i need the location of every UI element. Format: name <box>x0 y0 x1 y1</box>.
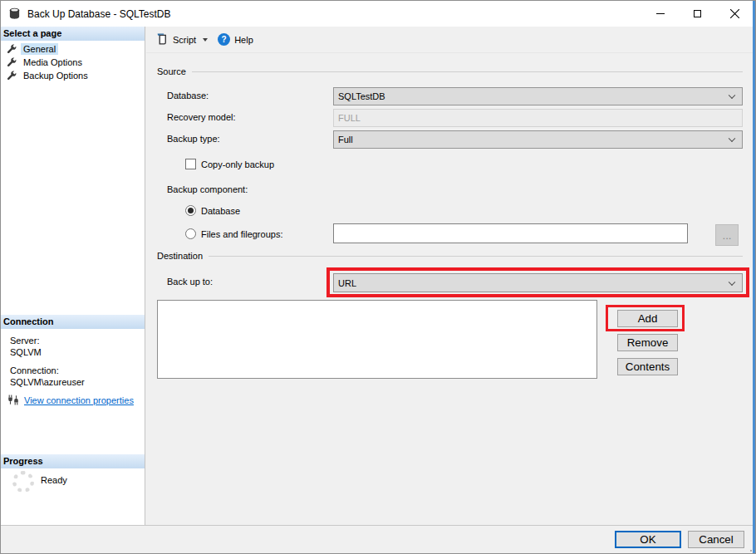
back-up-to-label: Back up to: <box>167 277 213 287</box>
window-title: Back Up Database - SQLTestDB <box>27 8 171 20</box>
wrench-icon <box>7 44 17 54</box>
sidebar-item-label: General <box>21 43 58 55</box>
sidebar-item-media-options[interactable]: Media Options <box>7 56 85 69</box>
server-value: SQLVM <box>10 347 42 357</box>
maximize-button[interactable] <box>679 1 716 27</box>
progress-header: Progress <box>1 454 145 468</box>
help-icon-glyph: ? <box>222 35 227 44</box>
database-combobox[interactable]: SQLTestDB <box>333 87 743 105</box>
copy-only-backup-label: Copy-only backup <box>201 159 274 169</box>
help-button-label: Help <box>234 35 253 45</box>
database-radio[interactable] <box>185 205 196 216</box>
recovery-model-label: Recovery model: <box>167 112 236 122</box>
minimize-icon <box>656 13 665 14</box>
copy-only-backup-checkbox[interactable] <box>185 159 196 169</box>
server-label: Server: <box>10 336 39 346</box>
back-up-to-combobox[interactable]: URL <box>333 273 743 292</box>
help-button[interactable]: ? Help <box>216 31 255 48</box>
cancel-button[interactable]: Cancel <box>688 531 744 548</box>
files-filegroups-field[interactable] <box>333 223 688 243</box>
database-label: Database: <box>167 91 209 101</box>
database-combobox-value: SQLTestDB <box>338 91 385 101</box>
minimize-button[interactable] <box>641 1 679 27</box>
chevron-down-icon <box>729 135 735 142</box>
progress-status: Ready <box>41 475 67 485</box>
connection-header: Connection <box>1 315 145 329</box>
ok-button[interactable]: OK <box>615 531 681 548</box>
maximize-icon <box>694 10 701 17</box>
wrench-icon <box>7 57 17 67</box>
source-group-header: Source <box>157 66 743 76</box>
window-controls <box>641 1 754 27</box>
destination-group-header: Destination <box>157 251 743 261</box>
sidebar-item-label: Media Options <box>21 56 85 68</box>
script-button[interactable]: Script <box>155 31 198 48</box>
recovery-model-value: FULL <box>338 113 361 123</box>
add-button[interactable]: Add <box>617 310 678 327</box>
close-icon <box>730 9 739 18</box>
backup-type-combobox-value: Full <box>338 135 353 145</box>
script-icon <box>156 33 169 46</box>
wrench-icon <box>7 71 17 81</box>
connection-value: SQLVM\azureuser <box>10 377 85 387</box>
destination-group-label: Destination <box>157 251 203 261</box>
backup-database-dialog: Back Up Database - SQLTestDB Select a pa… <box>0 0 756 554</box>
files-filegroups-radio-label: Files and filegroups: <box>201 229 282 239</box>
sidebar-item-backup-options[interactable]: Backup Options <box>7 69 91 82</box>
help-icon: ? <box>218 33 230 46</box>
contents-button[interactable]: Contents <box>617 358 678 375</box>
sidebar-item-label: Backup Options <box>21 70 91 81</box>
group-divider <box>209 256 743 257</box>
sidebar: Select a page General Media Options Back… <box>1 27 145 525</box>
window-accent-border <box>753 1 755 553</box>
source-group-label: Source <box>157 66 186 76</box>
back-up-to-combobox-value: URL <box>338 278 356 288</box>
toolbar: Script ? Help <box>146 27 756 53</box>
database-icon <box>8 7 21 20</box>
footer-bar: OK Cancel <box>1 525 755 553</box>
destination-list[interactable] <box>157 300 597 379</box>
progress-spinner-icon <box>12 471 34 493</box>
view-connection-properties-link[interactable]: View connection properties <box>24 395 134 405</box>
backup-component-label: Backup component: <box>167 184 248 194</box>
resize-grip[interactable] <box>747 547 749 548</box>
remove-button[interactable]: Remove <box>617 334 678 351</box>
script-dropdown-icon[interactable] <box>203 38 208 42</box>
select-a-page-header: Select a page <box>1 27 145 41</box>
sidebar-item-general[interactable]: General <box>7 42 58 56</box>
main-panel: Script ? Help Source Database: SQLTestDB… <box>146 27 756 525</box>
view-connection-properties-row: View connection properties <box>7 395 134 405</box>
files-filegroups-radio[interactable] <box>185 228 196 239</box>
chevron-down-icon <box>729 92 735 99</box>
recovery-model-field: FULL <box>333 109 743 127</box>
database-radio-label: Database <box>201 206 240 216</box>
backup-type-combobox[interactable]: Full <box>333 130 743 149</box>
connection-properties-icon <box>7 395 19 405</box>
chevron-down-icon <box>729 278 735 285</box>
backup-type-label: Backup type: <box>167 134 220 144</box>
title-bar[interactable]: Back Up Database - SQLTestDB <box>1 1 755 27</box>
connection-label: Connection: <box>10 365 59 375</box>
close-button[interactable] <box>716 1 754 27</box>
script-button-label: Script <box>173 35 196 45</box>
browse-button[interactable]: ... <box>715 224 739 246</box>
group-divider <box>192 71 743 72</box>
